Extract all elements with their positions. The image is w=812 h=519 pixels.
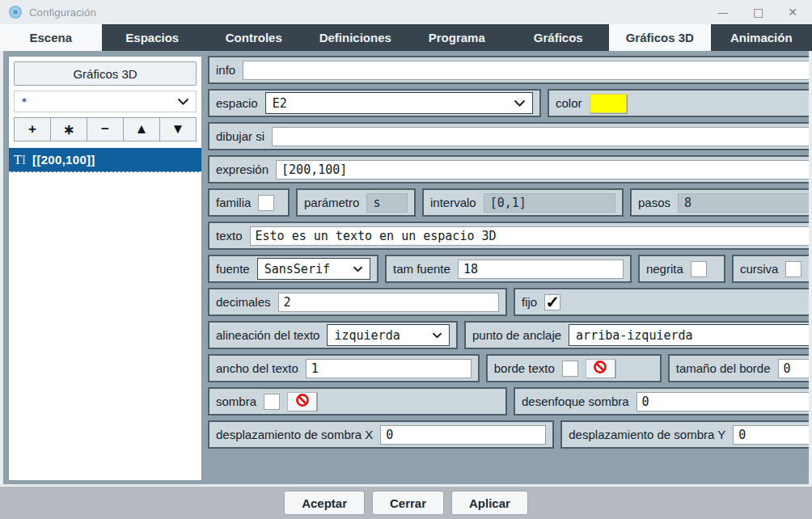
text-object-icon: TI [14,153,26,167]
sidebar-title: Gráficos 3D [14,61,197,86]
fijo-checkbox[interactable]: ✓ [544,294,560,310]
texto-field-group: texto TI Rtf [208,222,812,250]
tamano-borde-label: tamaño del borde [676,361,771,375]
graphics3d-item-list: TI [[200,100]] [9,148,201,480]
no-color-icon [295,393,310,411]
fuente-field-group: fuente SansSerif [208,255,379,283]
borde-texto-checkbox[interactable] [562,361,578,377]
tam-fuente-field-group: tam fuente [385,255,632,283]
chevron-down-icon [353,266,363,272]
info-input[interactable] [243,61,812,80]
familia-field-group: familia [208,188,290,217]
add-item-button[interactable]: + [14,117,51,141]
list-item-label: [[200,100]] [32,153,95,167]
borde-texto-field-group: borde texto [486,354,662,382]
tab-escena[interactable]: Escena [0,24,102,51]
duplicate-item-button[interactable]: ∗ [50,117,87,141]
cursiva-label: cursiva [740,262,779,276]
desplazamiento-x-input[interactable] [380,425,546,445]
espacio-field-group: espacio E2 [208,89,541,117]
tamano-borde-field-group: tamaño del borde [668,354,812,382]
remove-item-button[interactable]: − [87,117,124,141]
tab-programa[interactable]: Programa [406,24,508,51]
decimales-field-group: decimales [208,288,507,316]
parametro-field-group: parámetro s [296,188,416,217]
sombra-checkbox[interactable] [264,394,280,410]
tam-fuente-input[interactable] [458,260,624,279]
expresion-input[interactable] [276,160,812,179]
config-window: Configuración — □ ✕ Escena Espacios Cont… [0,0,812,519]
desenfoque-sombra-input[interactable] [636,392,812,411]
anclaje-field-group: punto de anclaje arriba-izquierda [464,321,812,349]
dibujar-si-input[interactable] [272,127,812,146]
anclaje-value: arriba-izquierda [576,328,693,343]
parametro-value: s [366,193,408,213]
app-logo-icon [8,5,23,19]
expresion-label: expresión [216,162,269,176]
fijo-field-group: fijo ✓ [514,288,812,316]
tab-graficos[interactable]: Gráficos [508,24,610,51]
color-swatch[interactable] [590,94,627,113]
properties-form: info espacio E2 color [208,56,812,481]
sombra-color-button[interactable] [287,392,318,411]
cerrar-button[interactable]: Cerrar [372,491,444,515]
tab-graficos-3d[interactable]: Gráficos 3D [609,24,711,51]
tab-definiciones[interactable]: Definiciones [305,24,407,51]
sombra-field-group: sombra [208,387,507,416]
tamano-borde-input[interactable] [778,359,812,378]
pasos-value: 8 [678,193,812,213]
borde-color-button[interactable] [586,359,616,378]
ancho-texto-input[interactable] [306,359,472,378]
desplazamiento-x-label: desplazamiento de sombra X [216,428,373,441]
espacio-value: E2 [273,96,287,111]
tam-fuente-label: tam fuente [393,262,450,276]
anclaje-select[interactable]: arriba-izquierda [569,324,812,346]
desplazamiento-y-input[interactable] [733,425,812,445]
dibujar-si-field-group: dibujar si [208,122,812,150]
espacio-select[interactable]: E2 [265,92,533,114]
desenfoque-sombra-field-group: desenfoque sombra [514,387,812,416]
sidebar-toolbar: + ∗ − ▲ ▼ [14,117,197,141]
list-item-selected[interactable]: TI [[200,100]] [9,148,201,172]
sombra-label: sombra [216,395,256,408]
minimize-button[interactable]: — [717,6,729,18]
tab-espacios[interactable]: Espacios [102,24,204,51]
move-up-button[interactable]: ▲ [123,117,160,141]
familia-checkbox[interactable] [258,195,274,211]
texto-input[interactable] [250,226,812,246]
negrita-field-group: negrita [638,255,725,283]
tab-controles[interactable]: Controles [203,24,305,51]
aplicar-button[interactable]: Aplicar [451,491,528,515]
fijo-label: fijo [522,295,537,309]
aceptar-button[interactable]: Aceptar [284,491,365,515]
fuente-value: SansSerif [264,262,330,276]
decimales-label: decimales [216,295,271,309]
cursiva-checkbox[interactable] [785,261,801,277]
tab-animacion[interactable]: Animación [711,24,812,51]
dialog-footer: Aceptar Cerrar Aplicar [0,484,812,519]
close-button[interactable]: ✕ [788,6,797,18]
maximize-button[interactable]: □ [753,6,763,18]
color-field-group: color [548,89,812,117]
alineacion-value: izquierda [334,328,400,343]
move-down-button[interactable]: ▼ [159,117,197,141]
intervalo-value: [0,1] [484,193,615,213]
pasos-field-group: pasos 8 [630,188,812,217]
color-label: color [556,96,582,110]
dibujar-si-label: dibujar si [216,129,264,143]
negrita-checkbox[interactable] [691,261,707,277]
no-color-icon [593,360,607,378]
parametro-label: parámetro [304,196,359,209]
decimales-input[interactable] [278,293,499,312]
fuente-select[interactable]: SansSerif [257,258,370,280]
info-field-group: info [208,56,812,84]
negrita-label: negrita [646,262,683,276]
title-bar: Configuración — □ ✕ [0,0,812,24]
alineacion-select[interactable]: izquierda [327,324,450,346]
ancho-texto-label: ancho del texto [216,361,298,375]
ancho-texto-field-group: ancho del texto [208,354,480,382]
texto-label: texto [216,229,243,243]
content-area: Gráficos 3D * + ∗ − ▲ ▼ TI [0,51,812,484]
filter-select[interactable]: * [14,91,197,112]
alineacion-label: alineación del texto [216,328,319,342]
